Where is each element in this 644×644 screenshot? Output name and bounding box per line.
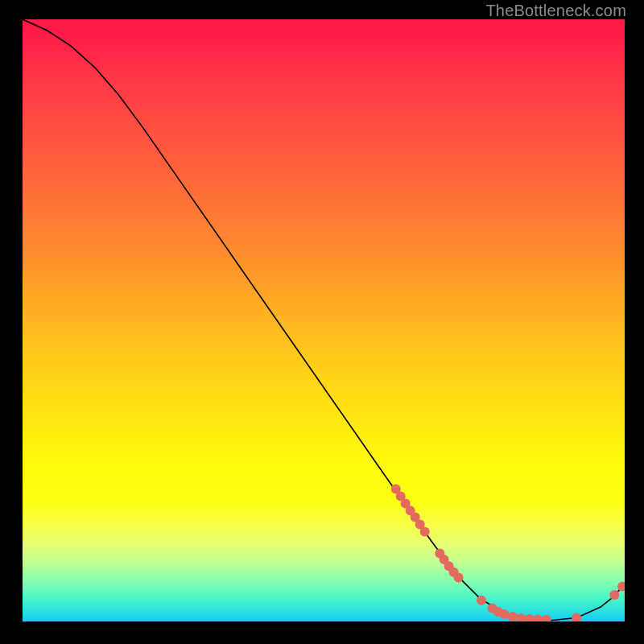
curve-marker [617,582,625,592]
chart-stage: TheBottleneck.com [0,0,644,644]
watermark-text: TheBottleneck.com [485,2,626,20]
curve-marker [542,615,551,621]
curve-marker [420,527,430,537]
curve-marker [454,572,464,582]
curve-layer [23,19,625,621]
curve-marker [533,614,543,621]
curve-marker [508,612,518,621]
plot-area [23,19,625,621]
curve-marker [572,613,581,621]
curve-marker [516,613,526,621]
curve-markers [391,484,625,621]
curve-marker [525,614,535,621]
bottleneck-curve [23,19,625,621]
curve-marker [609,590,619,600]
curve-marker [477,596,486,605]
curve-marker [499,609,509,619]
